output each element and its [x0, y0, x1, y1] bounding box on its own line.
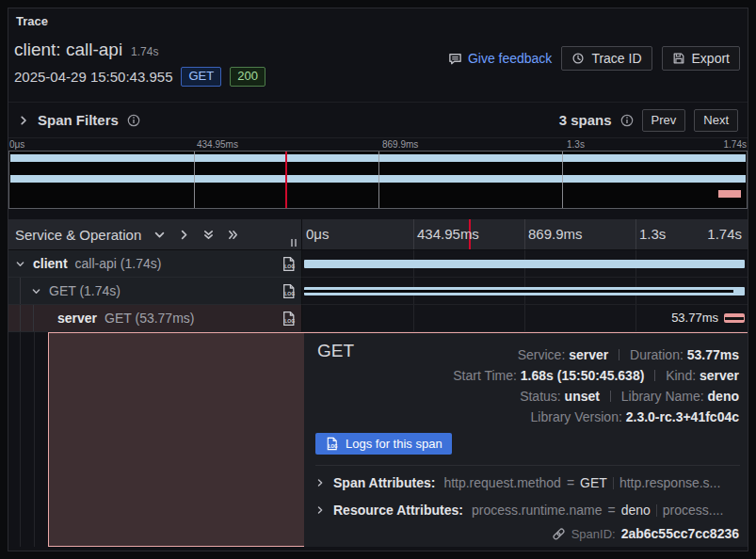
duration-value: 53.77ms: [687, 347, 739, 362]
span-bar[interactable]: [304, 260, 745, 268]
detail-line-3: Status: unset Library Name: deno: [453, 386, 739, 407]
export-button[interactable]: Export: [662, 46, 740, 71]
trace-title-row: client: call-api 1.74s: [14, 40, 158, 60]
timeline-gridline: [413, 305, 414, 331]
collapse-all-icon[interactable]: [202, 229, 215, 241]
span-logs-icon[interactable]: LOG: [281, 283, 297, 299]
chevron-right-icon: [18, 115, 29, 126]
attr-more: http.response.s...: [619, 475, 720, 490]
library-name-label: Library Name:: [621, 389, 704, 404]
info-icon[interactable]: [127, 114, 140, 127]
minimap-gridline: [194, 152, 195, 208]
column-resize-handle[interactable]: [291, 239, 297, 247]
span-detail-panel: GET Service: server Duration: 53.77ms St…: [304, 332, 748, 547]
library-name-value: deno: [708, 389, 739, 404]
timeline-gridline: [524, 305, 525, 331]
info-icon[interactable]: [620, 114, 634, 127]
grid-header-left: Service & Operation: [8, 219, 302, 249]
span-bar-server[interactable]: [724, 313, 745, 323]
span-service: server: [57, 311, 97, 326]
indent-guide: [34, 332, 35, 547]
span-detail-fields: Service: server Duration: 53.77ms Start …: [453, 344, 739, 427]
detail-line-1: Service: server Duration: 53.77ms: [453, 344, 739, 365]
prev-label: Prev: [651, 113, 677, 127]
span-logs-icon[interactable]: LOG: [281, 311, 297, 327]
trace-id-button[interactable]: Trace ID: [561, 46, 651, 71]
span-operation: GET (53.77ms): [105, 311, 194, 326]
resource-attributes-preview: process.runtime.name = deno process....: [472, 503, 723, 518]
start-time-value: 1.68s (15:50:45.638): [521, 368, 645, 383]
trace-id-label: Trace ID: [591, 51, 641, 66]
save-icon: [672, 52, 685, 65]
attr-key: process.runtime.name: [472, 503, 603, 518]
give-feedback-link[interactable]: Give feedback: [448, 51, 553, 66]
link-icon[interactable]: [552, 527, 566, 541]
svg-text:LOG: LOG: [284, 318, 295, 324]
export-label: Export: [692, 51, 730, 66]
span-name-cell[interactable]: GET (1.74s) LOG: [8, 278, 302, 305]
timeline-gridline: [524, 219, 525, 249]
panel-title: Trace: [16, 14, 48, 28]
comment-icon: [448, 52, 462, 66]
svg-text:LOG: LOG: [284, 264, 295, 269]
span-attributes-preview: http.request.method = GET http.response.…: [443, 475, 720, 490]
status-value: unset: [565, 389, 600, 404]
attr-eq: =: [567, 475, 574, 490]
span-bar-inner-stripe: [725, 317, 744, 320]
span-id-label: SpanID:: [571, 527, 616, 541]
minimap-gridline: [562, 152, 563, 208]
span-detail-title: GET: [317, 341, 354, 361]
span-detail-row: GET Service: server Duration: 53.77ms St…: [8, 332, 748, 547]
span-name-cell-selected[interactable]: server GET (53.77ms) LOG: [8, 305, 302, 332]
detail-divider: [315, 465, 740, 466]
chevron-right-icon: [315, 505, 325, 515]
span-bar[interactable]: [304, 287, 745, 295]
chevron-down-icon[interactable]: [31, 286, 41, 296]
span-bar-cell[interactable]: [302, 278, 748, 305]
selected-span-highlight[interactable]: [48, 332, 304, 547]
span-row-get: GET (1.74s) LOG: [8, 278, 748, 305]
span-bar-cell[interactable]: 53.77ms: [302, 305, 748, 332]
prev-span-button[interactable]: Prev: [642, 109, 686, 132]
span-logs-icon[interactable]: LOG: [281, 256, 297, 272]
timeline-gridline: [635, 305, 636, 331]
start-time-label: Start Time:: [453, 368, 517, 383]
method-badge: GET: [181, 67, 221, 87]
timeline-tick: 869.9ms: [528, 226, 583, 242]
trace-name: client: call-api: [14, 40, 122, 60]
span-bar-inner-stripe: [304, 290, 733, 293]
span-bar-cell[interactable]: [302, 250, 748, 278]
span-count: 3 spans: [559, 112, 612, 128]
chevron-down-icon[interactable]: [15, 259, 25, 269]
detail-gutter: [8, 332, 48, 547]
collapse-one-icon[interactable]: [153, 229, 166, 241]
span-attributes-title: Span Attributes:: [333, 475, 435, 490]
expand-all-icon[interactable]: [227, 229, 239, 241]
indent-guide: [33, 305, 34, 331]
span-name-cell[interactable]: client call-api (1.74s) LOG: [8, 250, 302, 278]
span-id-value: 2ab6c55cc7cc8236: [621, 526, 739, 541]
resource-attributes-title: Resource Attributes:: [333, 503, 463, 518]
kind-value: server: [700, 368, 739, 383]
service-value: server: [569, 347, 608, 362]
indent-guide: [20, 278, 21, 304]
span-attributes-row[interactable]: Span Attributes: http.request.method = G…: [315, 475, 740, 490]
field-divider: [654, 370, 655, 381]
logs-for-span-button[interactable]: LOG Logs for this span: [315, 433, 452, 455]
resource-attributes-row[interactable]: Resource Attributes: process.runtime.nam…: [315, 503, 740, 518]
span-filters-toggle[interactable]: Span Filters: [18, 112, 140, 128]
expand-one-icon[interactable]: [178, 229, 190, 241]
kind-label: Kind:: [666, 368, 696, 383]
grid-header: Service & Operation 0μs 434.95ms 869.9ms…: [8, 219, 748, 250]
chevron-right-icon: [315, 478, 325, 487]
logs-button-label: Logs for this span: [346, 437, 442, 451]
attr-more: process....: [663, 503, 724, 518]
next-span-button[interactable]: Next: [694, 109, 738, 132]
minimap-span-bar-server: [718, 190, 741, 198]
tree-controls: [153, 229, 239, 241]
trace-start-time: 2025-04-29 15:50:43.955: [14, 69, 172, 85]
timeline-tick: 1.3s: [639, 226, 666, 242]
timeline-minimap[interactable]: [8, 151, 748, 209]
give-feedback-label: Give feedback: [468, 51, 553, 66]
span-filters-bar: Span Filters 3 spans Prev Next: [8, 102, 748, 138]
